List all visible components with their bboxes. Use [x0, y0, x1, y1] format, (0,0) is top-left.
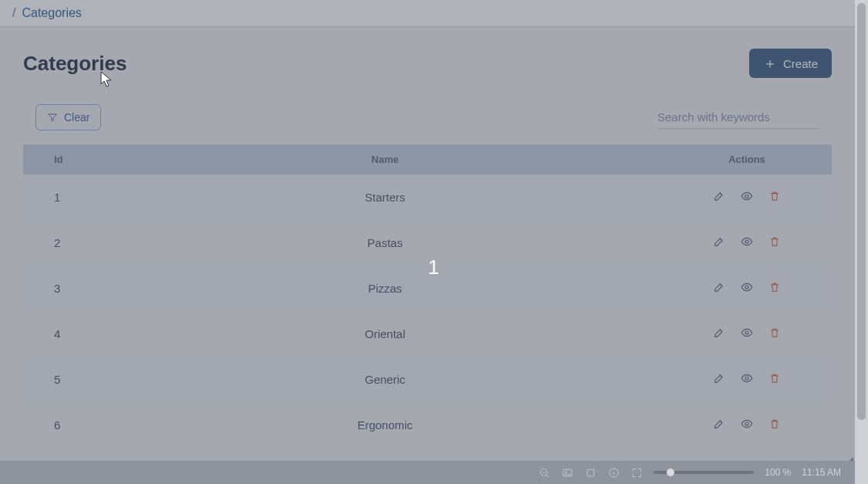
edit-icon [713, 190, 725, 202]
svg-line-7 [546, 475, 549, 477]
svg-point-4 [745, 377, 748, 380]
cell-id: 3 [23, 266, 108, 311]
trash-icon [768, 418, 781, 430]
cell-actions [662, 357, 832, 402]
view-button[interactable] [739, 325, 755, 340]
eye-icon [741, 327, 753, 339]
svg-point-2 [745, 286, 748, 289]
delete-button[interactable] [767, 371, 782, 386]
col-header-name[interactable]: Name [108, 144, 662, 174]
trash-icon [768, 327, 781, 339]
edit-button[interactable] [711, 416, 727, 432]
delete-button[interactable] [767, 279, 782, 295]
eye-icon [741, 372, 753, 384]
delete-button[interactable] [767, 325, 782, 340]
cell-id: 6 [23, 402, 108, 448]
cell-id: 1 [23, 174, 108, 220]
eye-icon [741, 281, 753, 293]
table-row: 3Pizzas [23, 266, 832, 311]
cell-id: 5 [23, 357, 108, 402]
edit-button[interactable] [711, 371, 727, 386]
vertical-scrollbar[interactable] [855, 0, 868, 484]
cell-name: Generic [108, 357, 662, 402]
clear-filters-button[interactable]: Clear [35, 104, 101, 130]
eye-icon [741, 190, 753, 202]
image-icon[interactable] [561, 466, 573, 479]
cell-id: 2 [23, 220, 108, 266]
breadcrumb-separator: / [12, 6, 15, 20]
view-button[interactable] [739, 371, 755, 386]
trash-icon [768, 281, 781, 293]
trash-icon [768, 372, 781, 384]
svg-point-3 [745, 331, 748, 334]
svg-point-10 [565, 471, 567, 473]
view-button[interactable] [739, 234, 755, 249]
cell-name: Pizzas [108, 266, 662, 311]
cell-name: Pastas [108, 220, 662, 266]
expand-icon[interactable] [630, 466, 643, 479]
table-row: 2Pastas [23, 220, 832, 266]
cell-actions [662, 266, 832, 311]
cell-actions [662, 174, 832, 220]
edit-button[interactable] [711, 279, 727, 295]
clock-time: 11:15 AM [802, 467, 841, 478]
view-button[interactable] [739, 416, 755, 432]
breadcrumb: / Categories [0, 0, 855, 27]
view-button[interactable] [739, 279, 755, 295]
create-button[interactable]: ＋ Create [749, 49, 832, 78]
breadcrumb-current[interactable]: Categories [22, 6, 81, 20]
col-header-actions: Actions [662, 144, 832, 174]
view-button[interactable] [739, 188, 755, 204]
cell-name: Ergonomic [108, 402, 662, 448]
cell-actions [662, 220, 832, 266]
edit-icon [713, 418, 725, 430]
info-icon[interactable] [607, 466, 620, 479]
cell-name: Starters [108, 174, 662, 220]
trash-icon [768, 235, 781, 248]
zoom-out-icon[interactable] [538, 466, 550, 479]
create-button-label: Create [783, 57, 818, 70]
delete-button[interactable] [767, 416, 782, 432]
search-input[interactable] [657, 106, 819, 129]
edit-button[interactable] [711, 188, 727, 204]
table-row: 1Starters [23, 174, 832, 220]
edit-icon [713, 235, 725, 248]
svg-point-1 [745, 240, 748, 243]
categories-table: Id Name Actions 1Starters2Pastas3Pizzas4… [23, 144, 832, 448]
cell-actions [662, 402, 832, 448]
edit-button[interactable] [711, 325, 727, 340]
page-title: Categories [23, 52, 127, 76]
cell-name: Oriental [108, 311, 662, 357]
zoom-slider[interactable] [654, 471, 754, 474]
table-row: 6Ergonomic [23, 402, 832, 448]
eye-icon [741, 235, 753, 248]
col-header-id[interactable]: Id [23, 144, 108, 174]
svg-point-0 [745, 195, 748, 198]
eye-icon [741, 418, 753, 430]
plus-icon: ＋ [763, 56, 777, 70]
delete-button[interactable] [767, 234, 782, 249]
status-bar: 100 % 11:15 AM [0, 461, 855, 484]
table-row: 4Oriental [23, 311, 832, 357]
edit-icon [713, 281, 725, 293]
trash-icon [768, 190, 781, 202]
svg-rect-11 [587, 469, 594, 476]
zoom-slider-handle[interactable] [667, 469, 674, 476]
delete-button[interactable] [767, 188, 782, 204]
edit-icon [713, 327, 725, 339]
svg-point-5 [745, 422, 748, 425]
edit-icon [713, 372, 725, 384]
cell-id: 4 [23, 311, 108, 357]
zoom-level: 100 % [765, 467, 791, 478]
scrollbar-thumb[interactable] [857, 3, 866, 420]
square-icon[interactable] [584, 466, 596, 479]
clear-button-label: Clear [64, 111, 90, 124]
edit-button[interactable] [711, 234, 727, 249]
cell-actions [662, 311, 832, 357]
filter-icon [47, 112, 58, 123]
table-row: 5Generic [23, 357, 832, 402]
